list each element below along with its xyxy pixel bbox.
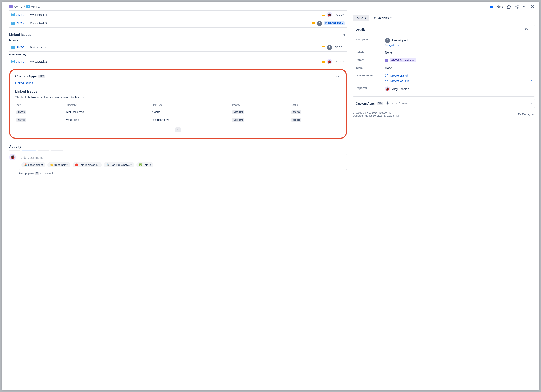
link-group-label: blocks	[9, 39, 347, 42]
status-badge[interactable]: TO DO ▾	[334, 46, 344, 49]
details-header[interactable]: Details ⌃	[353, 25, 535, 34]
activity-tabs-skeleton	[9, 150, 347, 151]
breadcrumbs: AMT-2 / ✓ AMT-1	[9, 5, 40, 8]
linked-issues-groups: blocks✓AMT-5Test issue twoTO DO ▾is bloc…	[9, 39, 347, 66]
custom-apps-more-icon[interactable]: •••	[336, 74, 341, 79]
development-label: Development	[356, 74, 385, 77]
create-commit-link[interactable]: Create commit	[385, 79, 409, 82]
status-cell: TO DO	[291, 118, 301, 122]
custom-apps-description: The table below lists all other issues l…	[15, 96, 341, 99]
actions-dropdown[interactable]: Actions▾	[371, 15, 394, 21]
assignee-value[interactable]: Unassigned	[385, 38, 532, 43]
pager-prev[interactable]: ‹	[172, 128, 172, 132]
labels-value[interactable]: None	[385, 51, 532, 54]
team-value[interactable]: None	[385, 66, 532, 70]
quick-reply[interactable]: ✅ This is	[136, 162, 153, 168]
issue-context-panel[interactable]: Custom Apps DEV Issue Context ▾	[353, 99, 535, 108]
issue-summary: My subtask 2	[30, 22, 312, 25]
modal-header: AMT-2 / ✓ AMT-1 1	[2, 2, 539, 10]
reporter-value[interactable]: 🐞 Aloy Scanlan	[385, 87, 532, 92]
watchers[interactable]: 1	[497, 5, 504, 9]
linked-issue-row[interactable]: AMT-3My subtask 1🐞TO DO ▾	[9, 57, 347, 66]
key-cell: AMT-5	[16, 110, 26, 114]
reporter-avatar: 🐞	[385, 87, 390, 92]
thumbs-up-icon[interactable]	[506, 4, 511, 9]
share-icon[interactable]	[514, 4, 519, 9]
svg-point-2	[515, 6, 516, 7]
key-cell: AMT-3	[16, 118, 26, 122]
svg-point-10	[386, 75, 386, 75]
quick-replies: 🎉 Looks good!👋 Need help?⛔ This is block…	[21, 162, 344, 168]
user-avatar: 🐞	[9, 154, 16, 160]
assignee-avatar: 🐞	[327, 12, 332, 17]
custom-apps-panel: Custom Apps DEV ••• Linked Issues Linked…	[9, 69, 347, 139]
assignee-label: Assignee	[356, 38, 385, 41]
team-label: Team	[356, 66, 385, 70]
updated-text: Updated August 10, 2024 at 12:23 PM	[353, 114, 399, 117]
table-header: Status	[290, 102, 341, 108]
breadcrumb-parent-key: AMT-2	[14, 5, 22, 8]
issue-key[interactable]: AMT-4	[16, 22, 27, 25]
table-row[interactable]: AMT-5Test issue twoblocksMEDIUMTO DO	[15, 108, 341, 116]
quick-reply[interactable]: ⛔ This is blocked...	[73, 162, 102, 168]
add-link-button[interactable]: +	[342, 32, 347, 37]
gear-icon[interactable]	[525, 27, 528, 31]
breadcrumb-sep: /	[24, 5, 25, 8]
issue-summary: Test issue two	[30, 46, 322, 49]
epic-icon	[9, 5, 12, 8]
close-icon[interactable]	[530, 4, 535, 9]
configure-button[interactable]: Configure	[517, 112, 535, 116]
watchers-count: 1	[502, 5, 504, 8]
linktype-cell: blocks	[151, 108, 231, 116]
subtask-icon	[11, 60, 15, 63]
parent-value[interactable]: AMT-2 My test epic	[385, 58, 416, 62]
priority-icon	[322, 14, 325, 16]
quick-reply[interactable]: 🎉 Looks good!	[21, 162, 45, 168]
subtask-row[interactable]: AMT-4My subtask 2IN PROGRESS ▾	[9, 19, 347, 28]
commit-dropdown-icon[interactable]: ▾	[531, 80, 532, 82]
modal-body: AMT-3My subtask 1🐞TO DO ▾AMT-4My subtask…	[2, 10, 539, 390]
svg-point-11	[386, 76, 386, 77]
status-dropdown[interactable]: To Do▾	[353, 15, 369, 21]
pager-current[interactable]: 1	[175, 127, 181, 132]
header-actions: 1	[489, 4, 535, 9]
status-cell: TO DO	[291, 110, 301, 114]
issue-key[interactable]: AMT-5	[16, 46, 27, 49]
unlock-icon[interactable]	[489, 4, 494, 9]
svg-point-0	[499, 6, 499, 7]
linked-issues-table: KeySummaryLink TypePriorityStatus AMT-5T…	[15, 102, 341, 124]
epic-icon	[385, 59, 388, 62]
priority-icon	[312, 22, 315, 24]
collapse-icon[interactable]: ⌃	[530, 28, 532, 31]
more-icon[interactable]	[522, 4, 527, 9]
issue-summary: My subtask 1	[30, 60, 322, 63]
quick-next-icon[interactable]: ›	[155, 163, 156, 167]
comment-box[interactable]: Add a comment... 🎉 Looks good!👋 Need hel…	[19, 154, 347, 170]
subtask-row[interactable]: AMT-3My subtask 1🐞TO DO ▾	[9, 10, 347, 19]
summary-cell: Test issue two	[64, 108, 151, 116]
quick-reply[interactable]: 🔍 Can you clarify...?	[104, 162, 135, 168]
status-badge[interactable]: IN PROGRESS ▾	[324, 21, 344, 25]
pager-next[interactable]: ›	[183, 128, 185, 132]
table-header: Summary	[64, 102, 151, 108]
create-branch-link[interactable]: Create branch	[385, 74, 532, 77]
status-badge[interactable]: TO DO ▾	[334, 13, 344, 17]
svg-point-13	[386, 80, 387, 81]
bolt-icon	[373, 16, 376, 20]
activity-title: Activity	[9, 145, 347, 149]
breadcrumb-current[interactable]: ✓ AMT-1	[26, 5, 40, 8]
table-row[interactable]: AMT-3My subtask 1is blocked byMEDIUMTO D…	[15, 116, 341, 124]
svg-point-1	[517, 5, 519, 6]
table-header: Link Type	[151, 102, 231, 108]
issue-key[interactable]: AMT-3	[16, 60, 27, 63]
issue-key[interactable]: AMT-3	[16, 13, 27, 16]
quick-reply[interactable]: 👋 Need help?	[47, 162, 70, 168]
custom-apps-tab[interactable]: Linked Issues	[15, 80, 33, 87]
linked-issue-row[interactable]: ✓AMT-5Test issue twoTO DO ▾	[9, 43, 347, 52]
side-column: To Do▾ Actions▾ Details ⌃	[351, 10, 539, 390]
assign-to-me-link[interactable]: Assign to me	[385, 44, 532, 47]
breadcrumb-parent[interactable]: AMT-2	[9, 5, 22, 8]
status-badge[interactable]: TO DO ▾	[334, 60, 344, 64]
protip: Pro tip: press M to comment	[19, 172, 347, 175]
link-group-label: is blocked by	[9, 53, 347, 56]
